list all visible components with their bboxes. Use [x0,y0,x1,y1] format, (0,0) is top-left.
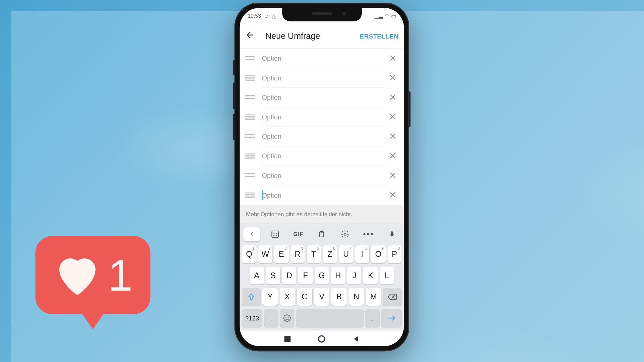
create-button[interactable]: ERSTELLEN [360,33,398,40]
key-a[interactable]: A [250,266,264,284]
svg-point-9 [288,317,289,318]
drag-handle-icon[interactable] [245,56,255,61]
key-u[interactable]: U7 [339,245,353,263]
key-i[interactable]: I8 [355,245,369,263]
key-n[interactable]: N [348,288,364,306]
key-j[interactable]: J [347,266,362,284]
remove-option-button[interactable] [388,113,397,122]
key-z[interactable]: Z6 [323,245,337,263]
key-b[interactable]: B [331,288,347,306]
enter-key[interactable] [381,309,402,327]
nav-home-button[interactable] [318,335,326,345]
key-x[interactable]: X [279,288,295,306]
voice-input-button[interactable] [383,227,400,241]
remove-option-button[interactable] [388,73,397,83]
sticker-button[interactable] [267,227,283,241]
key-l[interactable]: L [380,266,394,284]
poll-option-input[interactable] [262,152,385,160]
poll-option-row [240,49,404,68]
backspace-icon [387,293,397,300]
remove-option-button[interactable] [388,54,397,63]
key-r[interactable]: R4 [290,245,305,263]
poll-option-input[interactable] [262,172,385,179]
nav-back-button[interactable] [353,336,360,344]
shift-key[interactable] [242,288,260,306]
close-icon [390,94,396,100]
triangle-left-icon [353,336,360,343]
key-h[interactable]: H [331,266,345,284]
key-w[interactable]: W2 [258,245,272,263]
poll-option-input[interactable] [262,94,385,101]
svg-rect-6 [391,231,393,235]
key-s[interactable]: S [266,266,280,284]
drag-handle-icon[interactable] [245,192,255,198]
key-q[interactable]: Q1 [242,245,256,263]
remove-option-button[interactable] [388,93,397,102]
sticker-icon [271,230,279,239]
close-icon [390,133,396,139]
options-limit-note: Mehr Optionen gibt es derzeit leider nic… [240,205,404,223]
key-t[interactable]: T5 [307,245,321,263]
space-key[interactable] [296,309,364,327]
key-g[interactable]: G [315,266,329,284]
remove-option-button[interactable] [388,171,397,180]
poll-option-row [240,68,404,88]
drag-handle-icon[interactable] [245,134,255,139]
drag-handle-icon[interactable] [245,114,255,120]
poll-option-row [240,166,404,185]
poll-option-input[interactable] [262,74,385,81]
svg-point-11 [319,336,325,342]
remove-option-button[interactable] [388,132,397,141]
key-e[interactable]: E3 [274,245,289,263]
microphone-icon [388,230,395,239]
comma-key[interactable]: , [264,309,278,327]
key-m[interactable]: M [366,288,381,306]
key-o[interactable]: O9 [371,245,385,263]
signal-icon: ▁▃ [375,13,383,19]
poll-option-row [240,107,404,127]
period-key[interactable]: . [365,309,379,327]
back-button[interactable] [245,30,258,42]
poll-option-input[interactable] [262,191,385,199]
key-p[interactable]: P0 [387,245,402,263]
like-badge: 1 [35,236,150,332]
phone-volume-down [233,114,235,140]
key-c[interactable]: C [297,288,312,306]
ellipsis-icon: ••• [363,230,374,239]
on-screen-keyboard: GIF ••• Q1W2E3R4T5Z6U7I8O9P0 ASDFGH [240,223,404,330]
poll-option-input[interactable] [262,113,385,120]
drag-handle-icon[interactable] [245,95,255,100]
keyboard-collapse-button[interactable] [243,227,260,241]
clipboard-button[interactable] [313,227,330,241]
text-cursor [262,190,263,200]
remove-option-button[interactable] [388,152,397,161]
drag-handle-icon[interactable] [245,75,255,81]
svg-point-5 [344,233,346,235]
backspace-key[interactable] [383,288,401,306]
phone-volume-up [233,82,235,109]
settings-button[interactable] [337,227,354,241]
poll-option-input[interactable] [262,133,385,140]
key-f[interactable]: F [298,266,313,284]
remove-option-button[interactable] [388,190,397,200]
drag-handle-icon[interactable] [245,154,255,159]
drag-handle-icon[interactable] [245,173,255,178]
key-d[interactable]: D [282,266,297,284]
key-k[interactable]: K [363,266,378,284]
gif-button[interactable]: GIF [290,227,307,241]
gear-icon [341,230,350,239]
poll-option-input[interactable] [262,55,385,62]
phone-screen: 10:53 ☺ △ ▁▃ ⌔ ▭ Neue Umfrage ERSTELLEN … [240,8,404,346]
page-title: Neue Umfrage [257,31,360,41]
close-icon [390,191,396,198]
emoji-key[interactable] [280,309,294,327]
key-v[interactable]: V [314,288,329,306]
svg-rect-10 [284,336,290,342]
badge-tail [80,311,105,329]
phone-frame: 10:53 ☺ △ ▁▃ ⌔ ▭ Neue Umfrage ERSTELLEN … [234,3,409,351]
battery-icon: ▭ [391,13,396,19]
symbols-key[interactable]: ?123 [242,309,262,327]
nav-recent-button[interactable] [284,336,291,344]
more-button[interactable]: ••• [360,227,377,241]
key-y[interactable]: Y [262,288,278,306]
